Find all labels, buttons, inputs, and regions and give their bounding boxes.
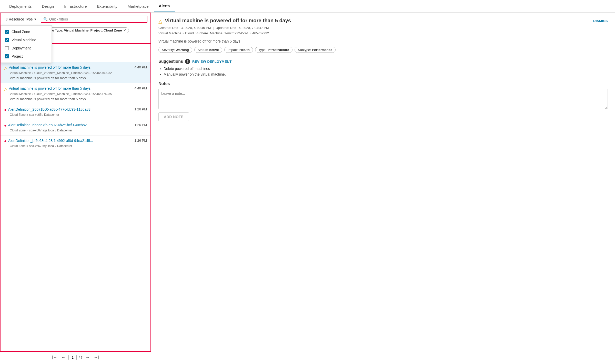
dropdown-label-virtualmachine: Virtual Machine (12, 38, 36, 42)
detail-title: Virtual machine is powered off for more … (165, 18, 591, 24)
dropdown-item-deployment[interactable]: Deployment (1, 44, 52, 52)
alert-time: 1:26 PM (135, 123, 147, 127)
breadcrumb-type: Virtual Machine (158, 31, 181, 35)
tag-impact: Impact: Health (224, 47, 253, 53)
first-page-button[interactable]: |← (51, 355, 58, 360)
alert-desc: Virtual machine is powered off for more … (10, 97, 147, 101)
alert-title-text: Virtual machine is powered off for more … (9, 86, 133, 90)
chip-resource-type-label: Resource Type: Virtual Machine, Project,… (40, 28, 122, 32)
suggestions-section-title: Suggestions 2 REVIEW DEPLOYMENT (158, 59, 608, 64)
checkbox-virtualmachine[interactable]: ✓ (5, 38, 9, 42)
alert-time: 1:26 PM (135, 107, 147, 111)
detail-meta: Created: Dec 13, 2020, 4:40:46 PM | Upda… (158, 26, 608, 30)
nav-infrastructure[interactable]: Infrastructure (59, 1, 92, 12)
top-navigation: Deployments Design Infrastructure Extens… (0, 0, 615, 13)
alert-time: 4:40 PM (135, 86, 147, 90)
notes-label: Notes (158, 81, 608, 86)
detail-description: Virtual machine is powered off for more … (158, 39, 608, 43)
alert-subtitle: Cloud Zone » sqa-vc67.sqa.local / Datace… (10, 144, 147, 148)
alert-title-text: AlertDefinition_bf5e68e4-28f1-4992-af8d-… (8, 139, 133, 143)
list-item[interactable]: ● AlertDefinition_6b5667f5-eb02-4b2e-bcf… (1, 120, 150, 136)
left-panel: ▿ Resource Type ▼ ✓ Cloud Zone ✓ Virtual… (0, 13, 151, 363)
page-total: / 7 (79, 356, 82, 359)
right-panel: △ Virtual machine is powered off for mor… (151, 13, 615, 363)
filter-bar: ▿ Resource Type ▼ ✓ Cloud Zone ✓ Virtual… (0, 13, 151, 25)
dropdown-label-cloudzone: Cloud Zone (12, 30, 30, 34)
notes-section: Notes ADD NOTE (158, 81, 608, 121)
checkbox-deployment[interactable] (5, 46, 9, 50)
checkbox-cloudzone[interactable]: ✓ (5, 30, 9, 34)
alert-time: 1:26 PM (135, 139, 147, 142)
alert-subtitle: Cloud Zone » sqa-vc65 / Datacenter (10, 113, 147, 117)
error-icon: ● (4, 108, 7, 112)
main-layout: ▿ Resource Type ▼ ✓ Cloud Zone ✓ Virtual… (0, 13, 615, 363)
search-icon: 🔍 (43, 17, 48, 21)
updated-text: Updated: Dec 14, 2020, 7:04:47 PM (216, 26, 269, 30)
nav-alerts[interactable]: Alerts (154, 0, 175, 12)
prev-page-button[interactable]: ← (60, 355, 66, 360)
suggestion-item: Manually power on the virtual machine. (164, 72, 608, 76)
tag-status: Status: Active (194, 47, 222, 53)
alert-subtitle: Cloud Zone » sqa-vc67.sqa.local / Datace… (10, 129, 147, 132)
suggestion-item: Delete powered off machines (164, 67, 608, 71)
pagination: |← ← / 7 → →| (0, 352, 151, 363)
add-note-button[interactable]: ADD NOTE (158, 112, 189, 121)
error-icon: ● (4, 123, 7, 128)
breadcrumb-arrow: » (182, 31, 185, 35)
nav-extensibility[interactable]: Extensibility (92, 1, 123, 12)
list-item[interactable]: △ Virtual machine is powered off for mor… (1, 83, 150, 104)
chip-resource-type-close[interactable]: ✕ (123, 28, 126, 32)
dropdown-label-project: Project (12, 54, 23, 58)
notes-textarea[interactable] (158, 89, 608, 109)
alert-title-text: AlertDefinition_6b5667f5-eb02-4b2e-bcf9-… (8, 123, 133, 127)
suggestion-list: Delete powered off machines Manually pow… (158, 67, 608, 76)
nav-deployments[interactable]: Deployments (4, 1, 37, 12)
alert-list: Today Yesterday △ Virtual machine is pow… (0, 44, 151, 352)
alert-subtitle: Virtual Machine » Cloud_vSphere_Machine_… (10, 71, 147, 75)
suggestions-count-badge: 2 (185, 59, 190, 64)
page-input[interactable] (68, 355, 77, 360)
detail-warning-icon: △ (158, 18, 162, 24)
quick-filter-wrap: 🔍 (41, 16, 147, 23)
error-icon: ● (4, 139, 7, 143)
alert-subtitle: Virtual Machine » Cloud_vSphere_Machine_… (10, 92, 147, 96)
suggestions-label: Suggestions (158, 59, 183, 64)
warning-icon: △ (4, 66, 7, 70)
list-item[interactable]: ● AlertDefinition_20571bc0-a68c-477c-bb9… (1, 104, 150, 120)
alert-desc: Virtual machine is powered off for more … (10, 76, 147, 80)
resource-type-dropdown: ✓ Cloud Zone ✓ Virtual Machine Deploymen… (1, 25, 52, 63)
nav-design[interactable]: Design (37, 1, 59, 12)
alert-time: 4:40 PM (135, 65, 147, 69)
dropdown-label-deployment: Deployment (12, 46, 31, 50)
detail-breadcrumb[interactable]: Virtual Machine » Cloud_vSphere_Machine_… (158, 31, 608, 35)
tag-severity: Severity: Warning (158, 47, 192, 53)
resource-type-button[interactable]: ▿ Resource Type ▼ (4, 16, 39, 23)
chevron-down-icon: ▼ (34, 18, 37, 21)
checkbox-project[interactable]: ✓ (5, 54, 9, 58)
detail-header: △ Virtual machine is powered off for mor… (158, 18, 608, 24)
dismiss-button[interactable]: DISMISS (593, 19, 608, 23)
alert-title-text: Virtual machine is powered off for more … (9, 65, 133, 69)
tag-subtype: Subtype: Performance (295, 47, 336, 53)
breadcrumb-item: Cloud_vSphere_Machine_1-mcm222450-155465… (185, 31, 269, 35)
resource-type-label: Resource Type (9, 17, 33, 21)
next-page-button[interactable]: → (85, 355, 91, 360)
list-item[interactable]: △ Virtual machine is powered off for mor… (1, 62, 150, 83)
tag-type: Type: Infrastructure (255, 47, 293, 53)
dropdown-item-project[interactable]: ✓ Project (1, 52, 52, 60)
quick-filter-input[interactable] (49, 17, 145, 21)
last-page-button[interactable]: →| (93, 355, 100, 360)
created-text: Created: Dec 13, 2020, 4:40:46 PM (158, 26, 211, 30)
dropdown-item-virtualmachine[interactable]: ✓ Virtual Machine (1, 36, 52, 44)
alert-title-text: AlertDefinition_20571bc0-a68c-477c-bb93-… (8, 107, 133, 111)
warning-icon: △ (4, 87, 7, 91)
tags-row: Severity: Warning Status: Active Impact:… (158, 47, 608, 53)
nav-marketplace[interactable]: Marketplace (123, 1, 154, 12)
review-deployment-button[interactable]: REVIEW DEPLOYMENT (192, 60, 232, 64)
list-item[interactable]: ● AlertDefinition_bf5e68e4-28f1-4992-af8… (1, 136, 150, 151)
filter-icon: ▿ (6, 17, 8, 22)
dropdown-item-cloudzone[interactable]: ✓ Cloud Zone (1, 28, 52, 36)
